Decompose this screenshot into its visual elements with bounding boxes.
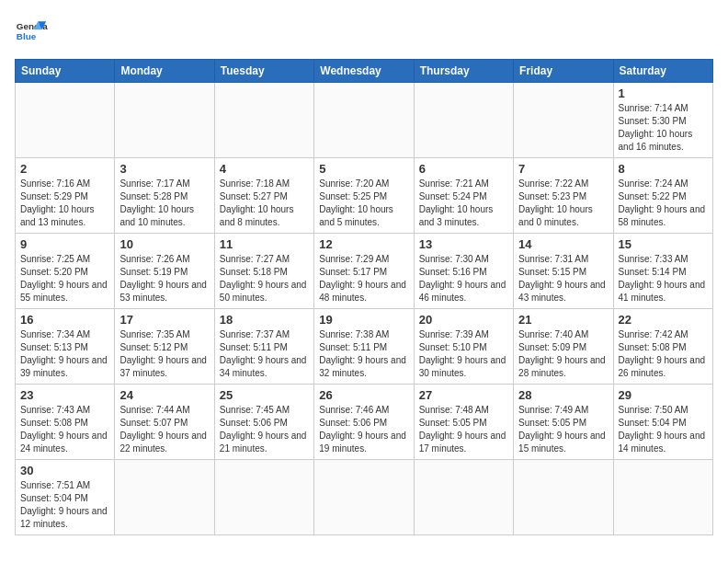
svg-text:Blue: Blue — [17, 31, 37, 41]
calendar-cell — [514, 83, 613, 158]
day-info: Sunrise: 7:14 AM Sunset: 5:30 PM Dayligh… — [619, 102, 708, 154]
day-info: Sunrise: 7:24 AM Sunset: 5:22 PM Dayligh… — [619, 178, 708, 229]
day-info: Sunrise: 7:44 AM Sunset: 5:07 PM Dayligh… — [119, 404, 209, 455]
weekday-header-saturday: Saturday — [613, 60, 712, 83]
calendar-cell: 12Sunrise: 7:29 AM Sunset: 5:17 PM Dayli… — [314, 234, 414, 309]
calendar-cell: 5Sunrise: 7:20 AM Sunset: 5:25 PM Daylig… — [314, 158, 414, 234]
calendar-cell: 15Sunrise: 7:33 AM Sunset: 5:14 PM Dayli… — [613, 234, 712, 309]
day-number: 29 — [619, 388, 708, 402]
day-info: Sunrise: 7:51 AM Sunset: 5:04 PM Dayligh… — [20, 479, 109, 531]
weekday-header-monday: Monday — [115, 60, 214, 83]
calendar-week-6: 30Sunrise: 7:51 AM Sunset: 5:04 PM Dayli… — [16, 460, 713, 535]
calendar-cell: 8Sunrise: 7:24 AM Sunset: 5:22 PM Daylig… — [613, 158, 712, 234]
day-number: 1 — [619, 86, 708, 100]
calendar-week-5: 23Sunrise: 7:43 AM Sunset: 5:08 PM Dayli… — [16, 385, 713, 460]
calendar-cell — [514, 460, 613, 535]
calendar-cell: 22Sunrise: 7:42 AM Sunset: 5:08 PM Dayli… — [613, 309, 712, 385]
calendar-cell — [214, 83, 313, 158]
logo-icon: General Blue — [15, 15, 48, 48]
calendar-week-4: 16Sunrise: 7:34 AM Sunset: 5:13 PM Dayli… — [16, 309, 713, 385]
calendar-cell: 2Sunrise: 7:16 AM Sunset: 5:29 PM Daylig… — [16, 158, 115, 234]
day-info: Sunrise: 7:21 AM Sunset: 5:24 PM Dayligh… — [419, 178, 508, 229]
calendar-cell: 28Sunrise: 7:49 AM Sunset: 5:05 PM Dayli… — [514, 385, 613, 460]
calendar-cell: 16Sunrise: 7:34 AM Sunset: 5:13 PM Dayli… — [16, 309, 115, 385]
calendar-cell — [115, 460, 214, 535]
calendar-cell: 3Sunrise: 7:17 AM Sunset: 5:28 PM Daylig… — [115, 158, 214, 234]
calendar-table: SundayMondayTuesdayWednesdayThursdayFrid… — [15, 59, 713, 535]
calendar-cell — [214, 460, 313, 535]
logo: General Blue — [15, 15, 48, 48]
weekday-header-friday: Friday — [514, 60, 613, 83]
calendar-cell: 11Sunrise: 7:27 AM Sunset: 5:18 PM Dayli… — [214, 234, 313, 309]
calendar-week-3: 9Sunrise: 7:25 AM Sunset: 5:20 PM Daylig… — [16, 234, 713, 309]
calendar-cell: 1Sunrise: 7:14 AM Sunset: 5:30 PM Daylig… — [613, 83, 712, 158]
day-number: 23 — [20, 388, 109, 402]
calendar-cell — [314, 460, 414, 535]
calendar-cell: 14Sunrise: 7:31 AM Sunset: 5:15 PM Dayli… — [514, 234, 613, 309]
day-info: Sunrise: 7:49 AM Sunset: 5:05 PM Dayligh… — [518, 404, 608, 455]
calendar-header: SundayMondayTuesdayWednesdayThursdayFrid… — [16, 60, 713, 83]
day-info: Sunrise: 7:17 AM Sunset: 5:28 PM Dayligh… — [119, 178, 209, 229]
day-info: Sunrise: 7:20 AM Sunset: 5:25 PM Dayligh… — [319, 178, 408, 229]
day-info: Sunrise: 7:40 AM Sunset: 5:09 PM Dayligh… — [518, 328, 608, 380]
calendar-cell — [613, 460, 712, 535]
day-number: 22 — [619, 313, 708, 327]
calendar-cell: 18Sunrise: 7:37 AM Sunset: 5:11 PM Dayli… — [214, 309, 313, 385]
calendar-cell: 7Sunrise: 7:22 AM Sunset: 5:23 PM Daylig… — [514, 158, 613, 234]
calendar-cell: 6Sunrise: 7:21 AM Sunset: 5:24 PM Daylig… — [414, 158, 513, 234]
day-number: 7 — [518, 162, 608, 176]
day-number: 8 — [619, 162, 708, 176]
day-number: 30 — [20, 464, 109, 477]
day-number: 2 — [20, 162, 109, 176]
day-info: Sunrise: 7:45 AM Sunset: 5:06 PM Dayligh… — [220, 404, 309, 455]
calendar-week-2: 2Sunrise: 7:16 AM Sunset: 5:29 PM Daylig… — [16, 158, 713, 234]
day-number: 6 — [419, 162, 508, 176]
day-number: 17 — [119, 313, 209, 327]
day-info: Sunrise: 7:46 AM Sunset: 5:06 PM Dayligh… — [319, 404, 408, 455]
weekday-header-tuesday: Tuesday — [214, 60, 313, 83]
day-info: Sunrise: 7:33 AM Sunset: 5:14 PM Dayligh… — [619, 253, 708, 304]
day-info: Sunrise: 7:43 AM Sunset: 5:08 PM Dayligh… — [20, 404, 109, 455]
calendar-cell: 9Sunrise: 7:25 AM Sunset: 5:20 PM Daylig… — [16, 234, 115, 309]
day-info: Sunrise: 7:42 AM Sunset: 5:08 PM Dayligh… — [619, 328, 708, 380]
page-header: General Blue — [15, 15, 713, 48]
calendar-cell: 19Sunrise: 7:38 AM Sunset: 5:11 PM Dayli… — [314, 309, 414, 385]
day-number: 25 — [220, 388, 309, 402]
day-number: 28 — [518, 388, 608, 402]
calendar-cell: 25Sunrise: 7:45 AM Sunset: 5:06 PM Dayli… — [214, 385, 313, 460]
calendar-week-1: 1Sunrise: 7:14 AM Sunset: 5:30 PM Daylig… — [16, 83, 713, 158]
day-info: Sunrise: 7:38 AM Sunset: 5:11 PM Dayligh… — [319, 328, 408, 380]
calendar-cell: 30Sunrise: 7:51 AM Sunset: 5:04 PM Dayli… — [16, 460, 115, 535]
day-info: Sunrise: 7:25 AM Sunset: 5:20 PM Dayligh… — [20, 253, 109, 304]
day-info: Sunrise: 7:39 AM Sunset: 5:10 PM Dayligh… — [419, 328, 508, 380]
calendar-cell: 29Sunrise: 7:50 AM Sunset: 5:04 PM Dayli… — [613, 385, 712, 460]
calendar-cell: 27Sunrise: 7:48 AM Sunset: 5:05 PM Dayli… — [414, 385, 513, 460]
day-number: 12 — [319, 237, 408, 251]
day-number: 20 — [419, 313, 508, 327]
calendar-cell: 21Sunrise: 7:40 AM Sunset: 5:09 PM Dayli… — [514, 309, 613, 385]
calendar-cell: 23Sunrise: 7:43 AM Sunset: 5:08 PM Dayli… — [16, 385, 115, 460]
day-info: Sunrise: 7:48 AM Sunset: 5:05 PM Dayligh… — [419, 404, 508, 455]
day-number: 9 — [20, 237, 109, 251]
day-info: Sunrise: 7:16 AM Sunset: 5:29 PM Dayligh… — [20, 178, 109, 229]
day-info: Sunrise: 7:26 AM Sunset: 5:19 PM Dayligh… — [119, 253, 209, 304]
day-number: 5 — [319, 162, 408, 176]
day-number: 14 — [518, 237, 608, 251]
calendar-cell: 26Sunrise: 7:46 AM Sunset: 5:06 PM Dayli… — [314, 385, 414, 460]
weekday-header-sunday: Sunday — [16, 60, 115, 83]
day-number: 4 — [220, 162, 309, 176]
day-info: Sunrise: 7:37 AM Sunset: 5:11 PM Dayligh… — [220, 328, 309, 380]
day-info: Sunrise: 7:50 AM Sunset: 5:04 PM Dayligh… — [619, 404, 708, 455]
day-info: Sunrise: 7:27 AM Sunset: 5:18 PM Dayligh… — [220, 253, 309, 304]
day-number: 3 — [119, 162, 209, 176]
calendar-cell: 13Sunrise: 7:30 AM Sunset: 5:16 PM Dayli… — [414, 234, 513, 309]
day-number: 11 — [220, 237, 309, 251]
calendar-cell: 20Sunrise: 7:39 AM Sunset: 5:10 PM Dayli… — [414, 309, 513, 385]
weekday-header-wednesday: Wednesday — [314, 60, 414, 83]
calendar-cell: 4Sunrise: 7:18 AM Sunset: 5:27 PM Daylig… — [214, 158, 313, 234]
calendar-cell: 10Sunrise: 7:26 AM Sunset: 5:19 PM Dayli… — [115, 234, 214, 309]
calendar-cell — [115, 83, 214, 158]
calendar-cell: 17Sunrise: 7:35 AM Sunset: 5:12 PM Dayli… — [115, 309, 214, 385]
day-info: Sunrise: 7:34 AM Sunset: 5:13 PM Dayligh… — [20, 328, 109, 380]
day-info: Sunrise: 7:31 AM Sunset: 5:15 PM Dayligh… — [518, 253, 608, 304]
